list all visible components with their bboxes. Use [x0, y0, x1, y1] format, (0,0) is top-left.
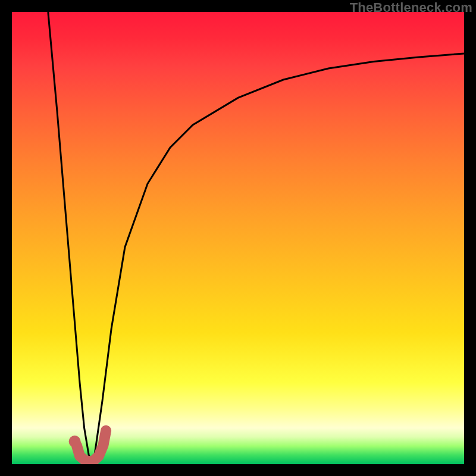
outer-frame: TheBottleneck.com	[0, 0, 476, 476]
optimum-hook	[77, 431, 106, 462]
plot-area	[12, 12, 464, 464]
curve-layer	[12, 12, 464, 464]
bottleneck-curve-left	[48, 12, 93, 464]
optimum-dot	[69, 436, 81, 447]
bottleneck-curve-right	[93, 54, 464, 464]
